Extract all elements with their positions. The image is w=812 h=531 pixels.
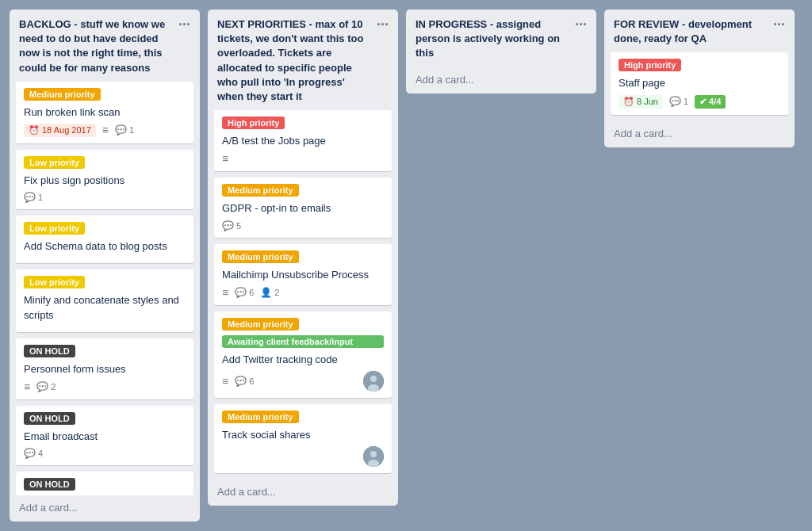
card-card-9[interactable]: Medium priorityGDPR - opt-in to emails💬 … <box>214 178 392 237</box>
card-title-card-4: Minify and concatenate styles and script… <box>24 293 186 322</box>
due-date-badge-green: ⏰ 8 Jun <box>619 95 663 109</box>
card-title-card-2: Fix plus sign positions <box>24 174 186 188</box>
card-badge-card-4: Low priority <box>24 276 85 288</box>
kanban-board: BACKLOG - stuff we know we need to do bu… <box>0 0 812 531</box>
card-badge-card-5: ON HOLD <box>24 345 75 357</box>
cards-container-backlog: Medium priorityRun broken link scan⏰ 18 … <box>10 82 200 495</box>
checklist-badge: ✔ 4/4 <box>695 95 726 109</box>
card-title-card-3: Add Schema data to blog posts <box>24 239 186 254</box>
card-card-13[interactable]: High priorityStaff page⏰ 8 Jun💬 1✔ 4/4 <box>611 52 788 114</box>
column-header-next-priorities: NEXT PRIORITIES - max of 10 tickets, we … <box>208 10 398 110</box>
card-badge-card-6: ON HOLD <box>24 412 75 425</box>
comment-count: 💬 5 <box>222 220 241 231</box>
card-meta-card-6: 💬 4 <box>24 448 186 459</box>
card-meta-card-8: ≡ <box>222 152 384 165</box>
card-card-12[interactable]: Medium priorityTrack social shares <box>214 404 392 473</box>
add-card-backlog[interactable]: Add a card... <box>10 495 200 521</box>
column-for-review: FOR REVIEW - development done, ready for… <box>604 10 795 147</box>
column-header-backlog: BACKLOG - stuff we know we need to do bu… <box>10 10 200 82</box>
comment-count: 💬 2 <box>36 381 56 392</box>
description-icon: ≡ <box>222 286 228 299</box>
card-badge-card-8: High priority <box>222 117 285 129</box>
card-badge-card-7: ON HOLD <box>24 478 75 491</box>
member-count: 👤 2 <box>260 287 279 298</box>
card-meta-card-9: 💬 5 <box>222 220 384 231</box>
card-badge2-card-11: Awaiting client feedback/input <box>222 335 384 348</box>
card-title-card-10: Mailchimp Unsubscribe Process <box>222 268 384 282</box>
card-badge-card-10: Medium priority <box>222 250 299 263</box>
card-badge-card-2: Low priority <box>24 156 85 169</box>
card-meta-card-2: 💬 1 <box>24 192 186 203</box>
column-menu-in-progress[interactable]: ··· <box>575 17 587 32</box>
card-card-7[interactable]: ON HOLDMileage form≡💬 4 <box>16 472 193 495</box>
comment-count: 💬 1 <box>24 192 43 203</box>
add-card-for-review[interactable]: Add a card... <box>604 121 795 147</box>
card-title-card-5: Personnel form issues <box>24 362 186 376</box>
comment-count: 💬 6 <box>235 287 254 298</box>
card-card-8[interactable]: High priorityA/B test the Jobs page≡ <box>214 110 392 171</box>
due-date-badge: ⏰ 18 Aug 2017 <box>24 124 96 137</box>
column-header-in-progress: IN PROGRESS - assigned person is activel… <box>406 10 596 67</box>
card-title-card-11: Add Twitter tracking code <box>222 353 384 367</box>
column-next-priorities: NEXT PRIORITIES - max of 10 tickets, we … <box>208 10 398 506</box>
card-meta-card-12 <box>222 446 384 467</box>
column-menu-for-review[interactable]: ··· <box>773 17 785 32</box>
column-in-progress: IN PROGRESS - assigned person is activel… <box>406 10 596 94</box>
comment-count: 💬 1 <box>669 96 688 107</box>
card-title-card-9: GDPR - opt-in to emails <box>222 201 384 216</box>
column-title-backlog: BACKLOG - stuff we know we need to do bu… <box>19 17 174 75</box>
card-title-card-13: Staff page <box>619 76 780 90</box>
card-title-card-6: Email broadcast <box>24 430 186 444</box>
add-card-next-priorities[interactable]: Add a card... <box>208 479 398 506</box>
card-badge-card-13: High priority <box>619 59 681 71</box>
card-meta-card-11: ≡💬 6 <box>222 371 384 392</box>
card-card-6[interactable]: ON HOLDEmail broadcast💬 4 <box>16 406 193 465</box>
card-badge-card-11: Medium priority <box>222 318 299 330</box>
comment-count: 💬 6 <box>235 376 254 387</box>
card-meta-card-5: ≡💬 2 <box>24 380 186 393</box>
card-card-10[interactable]: Medium priorityMailchimp Unsubscribe Pro… <box>214 244 392 305</box>
description-icon: ≡ <box>24 380 30 393</box>
comment-count: 💬 1 <box>115 124 134 136</box>
column-title-next-priorities: NEXT PRIORITIES - max of 10 tickets, we … <box>217 17 372 104</box>
card-title-card-8: A/B test the Jobs page <box>222 134 384 148</box>
cards-container-next-priorities: High priorityA/B test the Jobs page≡Medi… <box>208 110 398 479</box>
card-card-5[interactable]: ON HOLDPersonnel form issues≡💬 2 <box>16 338 193 399</box>
card-meta-card-13: ⏰ 8 Jun💬 1✔ 4/4 <box>619 95 780 109</box>
card-card-4[interactable]: Low priorityMinify and concatenate style… <box>16 269 193 331</box>
column-title-in-progress: IN PROGRESS - assigned person is activel… <box>416 17 570 61</box>
column-menu-backlog[interactable]: ··· <box>178 17 190 32</box>
card-card-1[interactable]: Medium priorityRun broken link scan⏰ 18 … <box>16 82 193 143</box>
card-meta-card-10: ≡💬 6👤 2 <box>222 286 384 299</box>
add-card-in-progress[interactable]: Add a card... <box>406 67 596 94</box>
card-badge-card-1: Medium priority <box>24 88 101 101</box>
column-title-for-review: FOR REVIEW - development done, ready for… <box>614 17 768 46</box>
description-icon: ≡ <box>222 375 228 388</box>
assignee-avatar <box>363 446 384 467</box>
assignee-avatar <box>363 371 384 392</box>
card-card-11[interactable]: Medium priorityAwaiting client feedback/… <box>214 311 392 398</box>
description-icon: ≡ <box>102 124 109 136</box>
card-badge-card-9: Medium priority <box>222 184 299 197</box>
card-title-card-12: Track social shares <box>222 428 384 442</box>
svg-point-4 <box>370 451 377 457</box>
svg-point-1 <box>370 376 377 382</box>
card-title-card-1: Run broken link scan <box>24 105 186 120</box>
card-card-2[interactable]: Low priorityFix plus sign positions💬 1 <box>16 150 193 209</box>
column-header-for-review: FOR REVIEW - development done, ready for… <box>604 10 795 52</box>
card-meta-card-1: ⏰ 18 Aug 2017≡💬 1 <box>24 124 186 137</box>
card-badge-card-12: Medium priority <box>222 411 299 423</box>
column-backlog: BACKLOG - stuff we know we need to do bu… <box>10 10 200 521</box>
comment-count: 💬 4 <box>24 448 43 459</box>
cards-container-for-review: High priorityStaff page⏰ 8 Jun💬 1✔ 4/4 <box>604 52 795 120</box>
column-menu-next-priorities[interactable]: ··· <box>377 17 389 32</box>
description-icon: ≡ <box>222 152 228 165</box>
card-badge-card-3: Low priority <box>24 222 85 235</box>
card-card-3[interactable]: Low priorityAdd Schema data to blog post… <box>16 216 193 263</box>
